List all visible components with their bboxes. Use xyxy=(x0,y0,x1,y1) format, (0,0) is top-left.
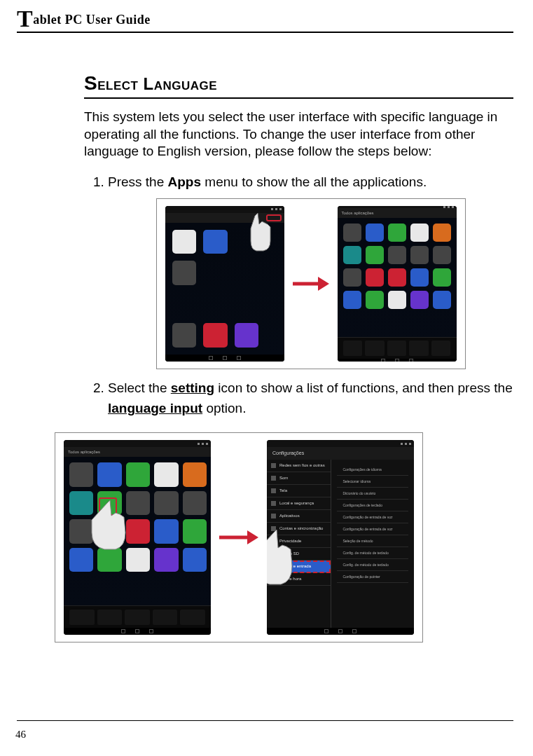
settings-row: Contas e sincronização xyxy=(267,523,331,535)
highlight-circle xyxy=(266,214,282,221)
tablet-apps: Todos aplicações xyxy=(338,206,457,362)
settings-row: Local e segurança xyxy=(267,497,331,510)
app-icon xyxy=(183,462,207,486)
app-icon xyxy=(126,491,150,515)
arrow-icon xyxy=(218,529,260,546)
app-icon xyxy=(388,291,406,309)
app-icon xyxy=(154,462,178,486)
intro-paragraph: This system lets you select the user int… xyxy=(84,109,513,160)
app-icon xyxy=(126,548,150,572)
settings-detail-row: Configuração de pointer xyxy=(337,571,408,583)
app-icon xyxy=(366,246,384,264)
settings-detail-row: Configuração de entrada de voz xyxy=(337,523,408,535)
app-icon xyxy=(235,323,259,348)
app-icon xyxy=(69,462,93,486)
footer-rule xyxy=(17,720,513,721)
settings-detail-row: Configurações de teclado xyxy=(337,500,408,511)
app-icon xyxy=(172,230,197,254)
app-icon xyxy=(69,548,93,572)
settings-left-pane: Redes sem fios e outras Som Tela Local e… xyxy=(267,460,331,628)
tablet-settings: Configurações Redes sem fios e outras So… xyxy=(267,440,414,635)
figure-2: Todos aplicações xyxy=(55,432,513,642)
app-icon xyxy=(203,230,228,254)
app-icon xyxy=(343,246,361,264)
app-icon xyxy=(366,224,384,242)
app-icon xyxy=(69,519,93,543)
app-icon xyxy=(183,519,207,543)
app-icon xyxy=(126,462,150,486)
settings-row: Redes sem fios e outras xyxy=(267,460,331,472)
settings-title: Configurações xyxy=(267,447,414,460)
app-icon xyxy=(410,224,429,242)
tablet-apps-2: Todos aplicações xyxy=(64,440,211,635)
app-icon xyxy=(154,548,178,572)
settings-row: Tela xyxy=(267,485,331,497)
page-number: 46 xyxy=(15,729,26,741)
app-icon xyxy=(433,224,451,242)
running-header: Tablet PC User Guide xyxy=(17,13,513,33)
app-icon xyxy=(433,246,451,264)
app-icon xyxy=(97,519,121,543)
settings-row: Cartão SD xyxy=(267,548,331,561)
settings-row: Som xyxy=(267,472,331,485)
app-icon xyxy=(410,291,429,309)
settings-right-pane: Configurações de idioma Selecionar idiom… xyxy=(331,460,414,628)
page-content: Select Language This system lets you sel… xyxy=(17,72,513,642)
settings-detail-row: Seleção de método xyxy=(337,535,408,547)
app-icon xyxy=(343,268,361,287)
app-icon xyxy=(366,268,384,287)
step-2: Select the setting icon to show a list o… xyxy=(108,378,513,643)
highlight-circle xyxy=(99,497,117,516)
dropcap: T xyxy=(17,6,33,32)
app-icon xyxy=(343,291,361,309)
app-icon xyxy=(69,491,93,515)
tablet-home xyxy=(165,206,284,362)
app-icon xyxy=(410,268,429,287)
app-icon xyxy=(388,224,406,242)
figure-2-frame: Todos aplicações xyxy=(55,432,423,642)
settings-row: Data e hora xyxy=(267,573,331,586)
settings-detail-row: Selecionar idioma xyxy=(337,476,408,488)
settings-detail-row: Dicionário do usuário xyxy=(337,488,408,500)
settings-detail-row: Configuração de entrada de voz xyxy=(337,511,408,523)
settings-detail-row: Config. de método de teclado xyxy=(337,559,408,571)
settings-row: Aplicativos xyxy=(267,510,331,523)
app-icon xyxy=(203,323,228,348)
app-icon xyxy=(183,548,207,572)
app-icon xyxy=(366,291,384,309)
app-icon xyxy=(172,261,197,285)
app-icon xyxy=(433,291,451,309)
app-icon xyxy=(97,548,121,572)
header-title: ablet PC User Guide xyxy=(33,13,151,27)
figure-1-frame: Todos aplicações xyxy=(156,198,466,369)
figure-1: Todos aplicações xyxy=(108,198,513,369)
app-icon xyxy=(183,491,207,515)
app-icon xyxy=(154,519,178,543)
app-icon xyxy=(388,268,406,287)
settings-detail-row: Config. de método de teclado xyxy=(337,547,408,559)
app-icon xyxy=(433,268,451,287)
settings-row: Privacidade xyxy=(267,535,331,548)
section-heading: Select Language xyxy=(84,72,513,99)
app-icon xyxy=(388,246,406,264)
settings-row-language: Idioma e entrada xyxy=(267,561,331,573)
arrow-icon xyxy=(291,275,331,292)
app-icon xyxy=(410,246,429,264)
app-icon xyxy=(172,323,197,348)
settings-detail-row: Configurações de idioma xyxy=(337,464,408,476)
step-1: Press the Apps menu to show the all the … xyxy=(108,172,513,369)
app-icon xyxy=(126,519,150,543)
app-icon xyxy=(154,491,178,515)
app-icon xyxy=(97,462,121,486)
app-icon xyxy=(343,224,361,242)
step-list: Press the Apps menu to show the all the … xyxy=(84,172,513,642)
